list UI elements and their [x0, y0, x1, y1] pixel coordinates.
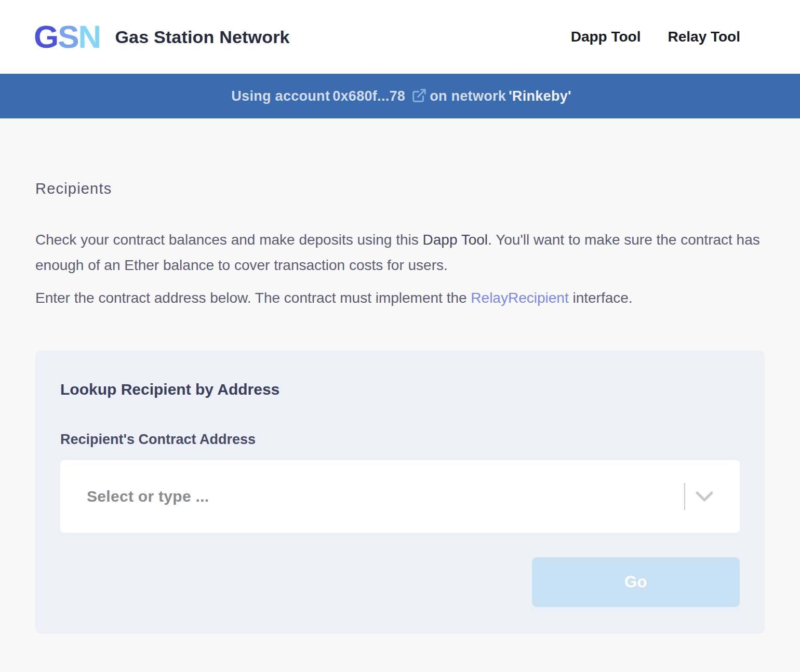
logo-letter-n: N [78, 19, 101, 55]
banner-suffix-text: on network [430, 88, 506, 104]
instructions-paragraph: Enter the contract address below. The co… [35, 285, 765, 311]
network-name: 'Rinkeby' [509, 88, 571, 104]
account-address-link[interactable]: 0x680f...78 [332, 88, 427, 104]
nav-link-relay-tool[interactable]: Relay Tool [668, 29, 740, 45]
gsn-logo[interactable]: GSN [34, 21, 100, 53]
select-placeholder-text: Select or type ... [60, 488, 209, 505]
dapp-tool-emphasis: Dapp Tool [423, 232, 488, 248]
relay-recipient-link[interactable]: RelayRecipient [471, 290, 568, 306]
instructions-text-before: Enter the contract address below. The co… [35, 290, 471, 306]
account-network-banner: Using account 0x680f...78 on network 'Ri… [0, 74, 800, 118]
contract-address-label: Recipient's Contract Address [60, 432, 740, 448]
lookup-card-title: Lookup Recipient by Address [60, 381, 740, 398]
go-button-row: Go [60, 557, 740, 607]
page-title: Recipients [35, 179, 765, 198]
logo-letter-g: G [34, 19, 58, 55]
intro-paragraph: Check your contract balances and make de… [35, 227, 765, 278]
chevron-down-icon[interactable] [695, 491, 714, 502]
account-address-text: 0x680f...78 [332, 88, 405, 104]
select-divider [684, 483, 685, 510]
go-button[interactable]: Go [532, 557, 740, 607]
app-header: GSN Gas Station Network Dapp Tool Relay … [0, 0, 800, 74]
intro-text-before: Check your contract balances and make de… [35, 232, 423, 248]
external-link-icon [411, 88, 427, 103]
banner-prefix-text: Using account [231, 88, 330, 104]
main-content: Recipients Check your contract balances … [0, 179, 800, 634]
app-title: Gas Station Network [115, 27, 289, 47]
instructions-text-after: interface. [569, 290, 633, 306]
lookup-recipient-card: Lookup Recipient by Address Recipient's … [35, 351, 765, 634]
contract-address-select[interactable]: Select or type ... [60, 460, 740, 533]
logo-letter-s: S [58, 19, 78, 55]
nav-link-dapp-tool[interactable]: Dapp Tool [571, 29, 641, 45]
header-nav: Dapp Tool Relay Tool [571, 29, 740, 45]
